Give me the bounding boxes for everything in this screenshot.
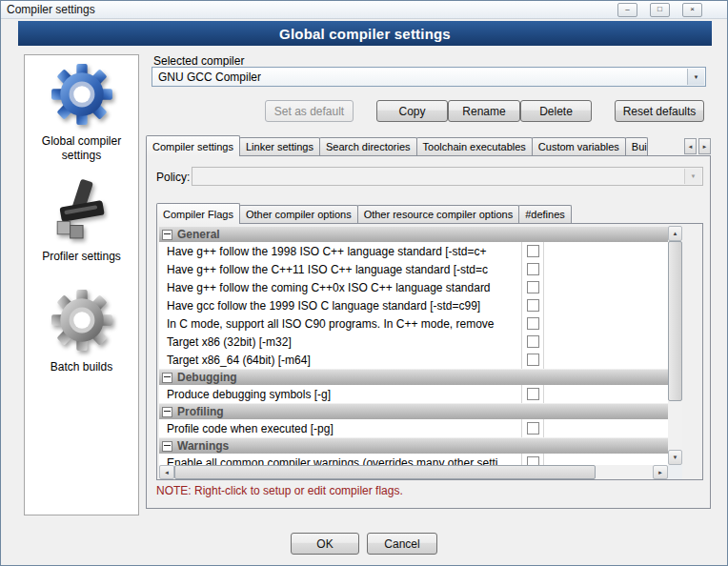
- flag-row[interactable]: Produce debugging symbols [-g]: [159, 385, 668, 403]
- gear-blue-icon: [51, 63, 113, 126]
- subtab-other-resource-compiler-options[interactable]: Other resource compiler options: [357, 205, 520, 223]
- scrollbar-corner: [668, 465, 682, 479]
- sidebar-item-batch-builds[interactable]: Batch builds: [25, 289, 138, 374]
- flag-category-profiling[interactable]: Profiling: [159, 403, 668, 419]
- subtab-compiler-flags[interactable]: Compiler Flags: [156, 203, 240, 224]
- scroll-left-icon[interactable]: ◄: [159, 465, 174, 479]
- close-button[interactable]: ×: [682, 3, 702, 17]
- tab-linker-settings[interactable]: Linker settings: [239, 137, 320, 155]
- settings-sidebar: Global compiler settings Profiler settin…: [24, 54, 139, 515]
- policy-dropdown[interactable]: ▼: [192, 167, 703, 186]
- flag-checkbox[interactable]: [527, 354, 539, 366]
- flag-checkbox[interactable]: [527, 245, 539, 257]
- flag-label: Target x86_64 (64bit) [-m64]: [159, 351, 522, 369]
- flag-row[interactable]: Target x86 (32bit) [-m32]: [159, 333, 668, 351]
- tab-custom-variables[interactable]: Custom variables: [532, 137, 626, 155]
- dropdown-arrow-icon[interactable]: ▼: [687, 69, 704, 85]
- flag-checkbox[interactable]: [527, 388, 539, 400]
- flag-row[interactable]: Have gcc follow the 1999 ISO C language …: [159, 296, 668, 314]
- vertical-scrollbar[interactable]: ▲ ▼: [668, 226, 682, 465]
- compiler-settings-dialog: Compiler settings – □ × Global compiler …: [0, 0, 728, 566]
- checkbox-cell: [522, 242, 544, 260]
- scroll-down-icon[interactable]: ▼: [668, 450, 682, 465]
- collapse-icon[interactable]: [162, 407, 172, 417]
- tab-scrollers: ◄ ►: [682, 138, 711, 154]
- collapse-icon[interactable]: [162, 441, 172, 452]
- flag-checkbox[interactable]: [527, 281, 539, 293]
- cancel-button[interactable]: Cancel: [367, 533, 437, 555]
- flag-label: Have g++ follow the 1998 ISO C++ languag…: [159, 242, 522, 260]
- reset-defaults-button[interactable]: Reset defaults: [615, 100, 704, 122]
- scroll-up-icon[interactable]: ▲: [668, 226, 682, 241]
- compiler-dropdown-value: GNU GCC Compiler: [158, 71, 261, 84]
- selected-compiler-label: Selected compiler: [153, 54, 244, 68]
- tab-toolchain-executables[interactable]: Toolchain executables: [416, 137, 533, 155]
- tab-scroll-left-icon[interactable]: ◄: [684, 138, 697, 154]
- flag-category-warnings[interactable]: Warnings: [159, 437, 668, 454]
- flag-row[interactable]: Target x86_64 (64bit) [-m64]: [159, 351, 668, 369]
- set-as-default-button[interactable]: Set as default: [265, 100, 354, 122]
- rename-button[interactable]: Rename: [448, 100, 520, 122]
- compiler-settings-tab-panel: Policy: ▼ Compiler FlagsOther compiler o…: [146, 155, 711, 509]
- policy-dropdown-arrow-icon: ▼: [684, 169, 701, 184]
- horizontal-scrollbar[interactable]: ◄ ►: [159, 465, 668, 479]
- compiler-flags-list: GeneralHave g++ follow the 1998 ISO C++ …: [159, 226, 668, 465]
- compiler-dropdown[interactable]: GNU GCC Compiler ▼: [152, 67, 706, 87]
- collapse-icon[interactable]: [162, 230, 172, 240]
- tab-scroll-right-icon[interactable]: ►: [698, 138, 711, 154]
- horizontal-scrollbar-thumb[interactable]: [174, 465, 596, 479]
- flag-category-debugging[interactable]: Debugging: [159, 369, 668, 385]
- window-controls: – □ ×: [617, 3, 702, 17]
- category-label: Debugging: [177, 371, 237, 384]
- flag-row[interactable]: Profile code when executed [-pg]: [159, 419, 668, 437]
- flag-label: Have gcc follow the 1999 ISO C language …: [159, 296, 522, 314]
- note-text: NOTE: Right-click to setup or edit compi…: [156, 484, 403, 497]
- sub-tabstrip: Compiler FlagsOther compiler optionsOthe…: [156, 203, 703, 224]
- collapse-icon[interactable]: [162, 373, 172, 383]
- checkbox-cell: [522, 260, 544, 278]
- flag-category-general[interactable]: General: [159, 226, 668, 242]
- dialog-footer: OK Cancel: [1, 533, 727, 555]
- subtab-other-compiler-options[interactable]: Other compiler options: [239, 205, 358, 223]
- tab-bui[interactable]: Bui: [625, 137, 648, 155]
- flag-row[interactable]: Have g++ follow the coming C++0x ISO C++…: [159, 278, 668, 296]
- tab-compiler-settings[interactable]: Compiler settings: [146, 135, 240, 156]
- tab-search-directories[interactable]: Search directories: [319, 137, 417, 155]
- main-tabstrip: ◄ ► Compiler settingsLinker settingsSear…: [146, 135, 712, 156]
- flag-row[interactable]: In C mode, support all ISO C90 programs.…: [159, 314, 668, 333]
- sidebar-item-global-compiler-settings[interactable]: Global compiler settings: [25, 63, 138, 163]
- vertical-scrollbar-thumb[interactable]: [668, 241, 682, 401]
- flag-checkbox[interactable]: [527, 335, 539, 348]
- flag-checkbox[interactable]: [527, 299, 539, 312]
- category-label: Warnings: [177, 439, 229, 453]
- subtab-defines[interactable]: #defines: [518, 205, 572, 223]
- compiler-flags-panel: GeneralHave g++ follow the 1998 ISO C++ …: [156, 223, 703, 480]
- title-bar[interactable]: Compiler settings – □ ×: [1, 1, 727, 19]
- sidebar-item-profiler-settings[interactable]: Profiler settings: [25, 178, 138, 264]
- delete-button[interactable]: Delete: [520, 100, 592, 122]
- maximize-button[interactable]: □: [650, 3, 670, 17]
- flag-label: In C mode, support all ISO C90 programs.…: [159, 314, 522, 333]
- flag-row[interactable]: Have g++ follow the C++11 ISO C++ langua…: [159, 260, 668, 278]
- minimize-button[interactable]: –: [617, 3, 637, 17]
- profiler-tool-icon: [51, 178, 113, 241]
- copy-button[interactable]: Copy: [376, 100, 448, 122]
- checkbox-cell: [522, 385, 544, 403]
- category-label: Profiling: [177, 405, 224, 418]
- ok-button[interactable]: OK: [291, 533, 359, 555]
- policy-label: Policy:: [156, 171, 190, 184]
- main-panel: Selected compiler GNU GCC Compiler ▼ Set…: [146, 51, 712, 509]
- checkbox-cell: [522, 296, 544, 314]
- flag-label: Profile code when executed [-pg]: [159, 419, 522, 437]
- flag-checkbox[interactable]: [527, 422, 539, 435]
- flag-row[interactable]: Enable all common compiler warnings (ove…: [159, 454, 668, 465]
- checkbox-cell: [522, 419, 544, 437]
- gear-gray-icon: [51, 289, 113, 352]
- flag-label: Have g++ follow the coming C++0x ISO C++…: [159, 278, 522, 296]
- flag-checkbox[interactable]: [527, 317, 539, 330]
- flag-row[interactable]: Have g++ follow the 1998 ISO C++ languag…: [159, 242, 668, 260]
- flag-checkbox[interactable]: [527, 456, 539, 465]
- dialog-header: Global compiler settings: [18, 21, 712, 46]
- scroll-right-icon[interactable]: ►: [653, 465, 668, 479]
- flag-checkbox[interactable]: [527, 263, 539, 275]
